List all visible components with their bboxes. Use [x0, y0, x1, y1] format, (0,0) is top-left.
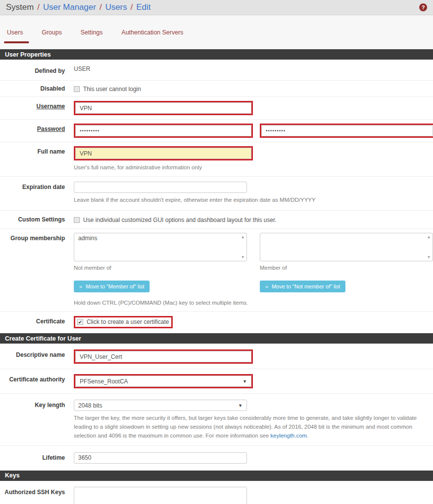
keylength-link[interactable]: keylength.com [271, 433, 307, 439]
scrollbar[interactable]: ▲ ▼ [425, 233, 433, 261]
certificate-label: Certificate [0, 316, 65, 328]
key-length-hint: The larger the key, the more security it… [74, 414, 418, 440]
custom-settings-checkbox-label: Use individual customized GUI options an… [83, 217, 277, 223]
row-group-membership: Group membership admins ▲ ▼ Not member o… [0, 228, 433, 275]
move-to-not-member-button[interactable]: « Move to "Not member of" list [260, 281, 345, 292]
list-item[interactable]: admins [78, 235, 243, 242]
lifetime-label: Lifetime [0, 452, 65, 464]
descriptive-name-input[interactable] [75, 351, 251, 362]
scroll-down-icon[interactable]: ▼ [241, 255, 245, 259]
certificate-checkbox-label: Click to create a user certificate [87, 318, 169, 325]
expiration-date-hint: Leave blank if the account shouldn't exp… [74, 196, 433, 205]
double-chevron-right-icon: » [79, 284, 82, 289]
highlight-box-password-confirm [260, 124, 433, 138]
scroll-down-icon[interactable]: ▼ [427, 255, 431, 259]
row-expiration-date: Expiration date Leave blank if the accou… [0, 176, 433, 210]
row-disabled: Disabled This user cannot login [0, 80, 433, 96]
row-lifetime: Lifetime [0, 445, 433, 471]
breadcrumb: System / User Manager / Users / Edit [6, 2, 151, 12]
tab-bar: Users Groups Settings Authentication Ser… [0, 15, 433, 49]
breadcrumb-user-manager-link[interactable]: User Manager [43, 2, 96, 12]
breadcrumb-separator: / [37, 2, 40, 12]
descriptive-name-label: Descriptive name [0, 349, 65, 364]
row-username: Username [0, 96, 433, 119]
disabled-label: Disabled [0, 84, 65, 93]
defined-by-label: Defined by [0, 65, 65, 74]
row-defined-by: Defined by USER [0, 60, 433, 80]
highlight-box-certificate-authority: PFSense_RootCA ▼ [74, 374, 253, 388]
section-header-user-properties: User Properties [0, 49, 433, 60]
highlight-box-descriptive-name [74, 349, 253, 364]
help-icon[interactable]: ? [419, 3, 427, 11]
custom-settings-label: Custom Settings [0, 215, 65, 223]
defined-by-value: USER [74, 65, 433, 72]
section-header-create-certificate: Create Certificate for User [0, 333, 433, 344]
scrollbar[interactable]: ▲ ▼ [239, 233, 247, 261]
row-custom-settings: Custom Settings Use individual customize… [0, 210, 433, 228]
highlight-box-certificate: ✔ Click to create a user certificate [74, 316, 173, 328]
full-name-hint: User's full name, for administrative inf… [74, 163, 433, 172]
breadcrumb-system: System [6, 2, 34, 12]
password-confirm-input[interactable] [261, 125, 433, 136]
row-authorized-ssh-keys: Authorized SSH Keys Enter authorized SSH… [0, 481, 433, 504]
tab-groups[interactable]: Groups [42, 29, 62, 43]
breadcrumb-users-link[interactable]: Users [105, 2, 127, 12]
password-label: Password [0, 124, 65, 138]
authorized-ssh-keys-label: Authorized SSH Keys [0, 487, 65, 504]
section-header-keys: Keys [0, 471, 433, 481]
certificate-checkbox[interactable]: ✔ [77, 319, 83, 325]
tab-users[interactable]: Users [7, 29, 23, 43]
row-key-length: Key length 2048 bits ▼ The larger the ke… [0, 393, 433, 445]
username-label: Username [0, 101, 65, 115]
row-descriptive-name: Descriptive name [0, 344, 433, 369]
highlight-box-password [74, 124, 253, 138]
scroll-up-icon[interactable]: ▲ [427, 235, 431, 239]
key-length-select[interactable]: 2048 bits ▼ [74, 400, 247, 411]
not-member-of-list[interactable]: admins ▲ ▼ [74, 233, 247, 261]
highlight-box-full-name [74, 146, 253, 160]
row-password: Password [0, 119, 433, 142]
breadcrumb-edit-link[interactable]: Edit [136, 2, 151, 12]
double-chevron-left-icon: « [265, 284, 268, 289]
scroll-up-icon[interactable]: ▲ [241, 235, 245, 239]
custom-settings-checkbox[interactable] [74, 217, 80, 223]
breadcrumb-separator: / [99, 2, 102, 12]
expiration-date-label: Expiration date [0, 182, 65, 205]
tab-authentication-servers[interactable]: Authentication Servers [122, 29, 184, 43]
expiration-date-input[interactable] [74, 182, 247, 193]
authorized-ssh-keys-textarea[interactable] [74, 487, 247, 504]
breadcrumb-separator: / [130, 2, 133, 12]
password-input[interactable] [75, 125, 251, 136]
row-move-buttons: » Move to "Member of" list « Move to "No… [0, 275, 433, 312]
certificate-authority-label: Certificate authority [0, 374, 65, 388]
group-membership-hint: Hold down CTRL (PC)/COMMAND (Mac) key to… [74, 299, 433, 308]
highlight-box-username [74, 101, 253, 115]
certificate-authority-select[interactable]: PFSense_RootCA ▼ [75, 376, 251, 387]
username-input[interactable] [75, 102, 251, 114]
breadcrumb-bar: System / User Manager / Users / Edit ? [0, 0, 433, 15]
member-of-caption: Member of [260, 265, 433, 271]
lifetime-input[interactable] [74, 452, 247, 464]
member-of-list[interactable]: ▲ ▼ [260, 233, 433, 261]
key-length-label: Key length [0, 400, 65, 440]
not-member-of-caption: Not member of [74, 265, 247, 271]
full-name-input[interactable] [75, 148, 251, 159]
disabled-checkbox[interactable] [74, 86, 80, 92]
full-name-label: Full name [0, 146, 65, 172]
row-certificate-authority: Certificate authority PFSense_RootCA ▼ [0, 369, 433, 393]
move-to-member-button[interactable]: » Move to "Member of" list [74, 281, 150, 292]
chevron-down-icon: ▼ [238, 403, 243, 408]
group-membership-label: Group membership [0, 233, 65, 271]
disabled-checkbox-label: This user cannot login [83, 86, 141, 93]
row-full-name: Full name User's full name, for administ… [0, 142, 433, 176]
row-certificate: Certificate ✔ Click to create a user cer… [0, 311, 433, 333]
tab-settings[interactable]: Settings [81, 29, 103, 43]
chevron-down-icon: ▼ [243, 379, 247, 384]
